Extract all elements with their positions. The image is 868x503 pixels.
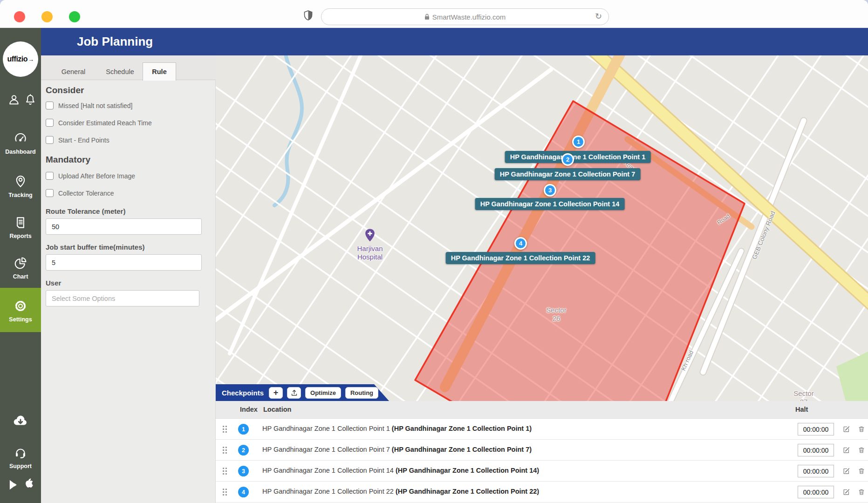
checkbox[interactable] xyxy=(46,102,54,109)
checkbox-label: Missed [Halt not satisfied] xyxy=(58,102,133,109)
sidebar-item-label: Dashboard xyxy=(0,149,41,155)
upload-checkpoints-button[interactable] xyxy=(287,387,301,399)
checkpoint-tooltip-3: HP Gandhinagar Zone 1 Collection Point 1… xyxy=(475,198,625,210)
tab-strip: General Schedule Rule xyxy=(41,55,216,80)
tab-rule[interactable]: Rule xyxy=(143,62,176,81)
drag-handle-icon[interactable] xyxy=(222,425,227,435)
option-missed-halt[interactable]: Missed [Halt not satisfied] xyxy=(46,102,133,109)
map-marker-1[interactable]: 1 xyxy=(572,136,585,148)
option-collector-tolerance[interactable]: Collector Tolerance xyxy=(46,189,114,197)
checkbox[interactable] xyxy=(46,136,54,144)
drag-handle-icon[interactable] xyxy=(222,488,227,497)
uffizio-logo[interactable]: uffizio→ xyxy=(3,41,38,77)
table-row: 1 HP Gandhinagar Zone 1 Collection Point… xyxy=(216,419,868,440)
google-play-icon[interactable] xyxy=(8,479,20,493)
route-tolerance-label: Route Tolerance (meter) xyxy=(46,207,125,215)
route-tolerance-input[interactable] xyxy=(46,218,202,235)
column-index: Index xyxy=(240,406,258,413)
sidebar-item-chart[interactable]: Chart xyxy=(0,256,41,280)
delete-icon[interactable] xyxy=(858,425,865,435)
checkbox[interactable] xyxy=(46,119,54,127)
sidebar-item-support[interactable]: Support xyxy=(0,446,41,469)
drag-handle-icon[interactable] xyxy=(222,446,227,455)
lock-icon xyxy=(424,14,430,20)
drag-handle-icon[interactable] xyxy=(222,467,227,476)
cloud-download-icon[interactable] xyxy=(13,414,28,429)
gear-icon xyxy=(14,299,27,313)
checkbox-label: Collector Tolerance xyxy=(58,190,114,197)
tab-general[interactable]: General xyxy=(51,63,96,80)
sidebar-item-tracking[interactable]: Tracking xyxy=(0,175,41,198)
location-cell: HP Gandhinagar Zone 1 Collection Point 2… xyxy=(262,488,539,495)
edit-icon[interactable] xyxy=(842,488,850,497)
optimize-button[interactable]: Optimize xyxy=(305,387,341,399)
table-header: Index Location Halt xyxy=(216,401,868,419)
buffer-time-input[interactable] xyxy=(46,254,202,271)
checkpoint-tooltip-2: HP Gandhinagar Zone 1 Collection Point 7 xyxy=(495,168,641,180)
page-title: Job Planning xyxy=(77,34,153,49)
tracking-pin-icon xyxy=(14,175,27,189)
checkbox[interactable] xyxy=(46,172,54,180)
checkbox[interactable] xyxy=(46,189,54,197)
table-row: 2 HP Gandhinagar Zone 1 Collection Point… xyxy=(216,440,868,461)
checkpoints-toolbar: Checkpoints + Optimize Routing xyxy=(216,384,389,401)
sidebar-item-label: Chart xyxy=(0,273,41,280)
column-halt: Halt xyxy=(795,406,808,413)
option-start-end-points[interactable]: Start - End Points xyxy=(46,136,109,144)
speedometer-icon xyxy=(14,131,27,145)
routing-button[interactable]: Routing xyxy=(345,387,378,399)
map-marker-4[interactable]: 4 xyxy=(514,237,527,250)
page-header: Job Planning xyxy=(41,28,868,55)
sidebar-item-dashboard[interactable]: Dashboard xyxy=(0,131,41,155)
sidebar: uffizio→ Dashboard Tracking Reports Char… xyxy=(0,28,41,503)
tab-schedule[interactable]: Schedule xyxy=(98,63,142,80)
checkbox-label: Upload After Before Image xyxy=(58,172,135,180)
index-badge: 1 xyxy=(238,424,249,435)
minimize-window-button[interactable] xyxy=(41,11,53,22)
map-canvas[interactable]: HarjivanHospital Sector26 Sector27 GEB C… xyxy=(216,55,868,503)
column-location: Location xyxy=(263,406,291,413)
shield-icon[interactable] xyxy=(304,10,313,22)
add-checkpoint-button[interactable]: + xyxy=(269,387,283,399)
sector-26-label: Sector26 xyxy=(546,306,566,323)
close-window-button[interactable] xyxy=(14,11,25,22)
report-icon xyxy=(14,216,27,230)
zoom-window-button[interactable] xyxy=(69,11,80,22)
apple-icon[interactable] xyxy=(23,477,35,492)
location-cell: HP Gandhinagar Zone 1 Collection Point 7… xyxy=(262,446,532,453)
halt-time-input[interactable] xyxy=(798,465,834,477)
delete-icon[interactable] xyxy=(858,467,865,476)
index-badge: 2 xyxy=(238,445,249,455)
checkpoint-tooltip-1: HP Gandhinagar Zone 1 Collection Point 1 xyxy=(505,151,651,163)
halt-time-input[interactable] xyxy=(798,486,834,498)
index-badge: 4 xyxy=(238,487,249,497)
sidebar-item-label: Support xyxy=(0,463,41,469)
halt-time-input[interactable] xyxy=(798,423,834,435)
map-marker-2[interactable]: 2 xyxy=(561,153,574,166)
halt-time-input[interactable] xyxy=(798,444,834,456)
hospital-label: HarjivanHospital xyxy=(357,245,383,261)
address-bar[interactable]: SmartWaste.uffizio.com ↻ xyxy=(321,8,609,25)
delete-icon[interactable] xyxy=(858,488,865,497)
user-label: User xyxy=(46,279,61,287)
location-cell: HP Gandhinagar Zone 1 Collection Point 1… xyxy=(262,467,539,474)
user-select-input[interactable] xyxy=(46,290,199,306)
headset-icon xyxy=(14,446,27,460)
delete-icon[interactable] xyxy=(858,446,865,455)
logo-arrow-icon: → xyxy=(28,56,34,63)
sidebar-item-label: Tracking xyxy=(0,192,41,198)
edit-icon[interactable] xyxy=(842,425,850,435)
pie-chart-icon xyxy=(14,256,27,270)
edit-icon[interactable] xyxy=(842,467,850,476)
option-estimated-reach-time[interactable]: Consider Estimated Reach Time xyxy=(46,119,152,127)
url-text: SmartWaste.uffizio.com xyxy=(432,13,506,21)
bell-icon[interactable] xyxy=(24,93,37,108)
refresh-icon[interactable]: ↻ xyxy=(595,11,602,21)
user-icon[interactable] xyxy=(7,93,21,108)
checkpoints-title: Checkpoints xyxy=(222,389,264,397)
map-marker-3[interactable]: 3 xyxy=(544,184,556,197)
sidebar-item-reports[interactable]: Reports xyxy=(0,216,41,239)
sidebar-item-settings[interactable]: Settings xyxy=(0,288,41,332)
edit-icon[interactable] xyxy=(842,446,850,455)
option-upload-after-before-image[interactable]: Upload After Before Image xyxy=(46,172,135,180)
